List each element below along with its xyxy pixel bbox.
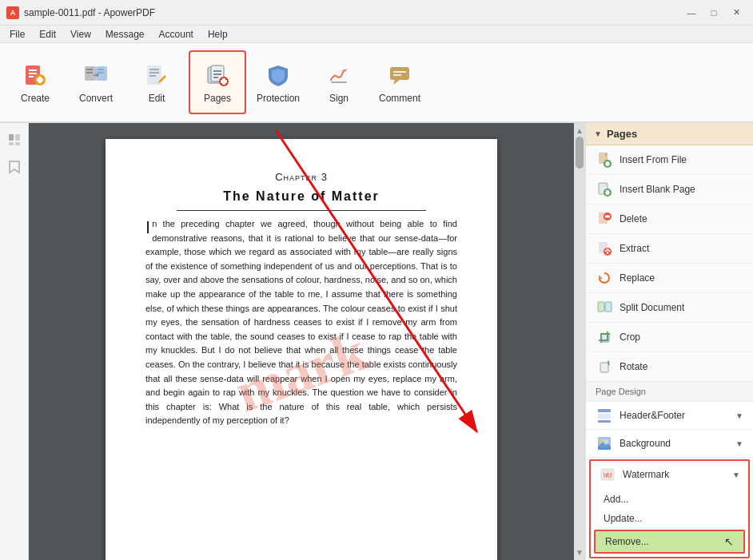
pdf-divider	[177, 210, 426, 211]
protection-label: Protection	[257, 93, 300, 104]
svg-rect-15	[149, 72, 159, 73]
toolbar-comment-button[interactable]: Comment	[371, 50, 428, 114]
svg-rect-55	[600, 363, 608, 372]
comment-icon	[385, 61, 414, 89]
svg-rect-25	[331, 81, 347, 83]
panel-insert-from-file[interactable]: Insert From File	[586, 145, 753, 175]
toolbar: Create Convert	[0, 43, 753, 123]
watermark-remove-item[interactable]: Remove... ↖	[594, 530, 745, 554]
panel-background[interactable]: Background ▼	[586, 430, 753, 458]
menu-view[interactable]: View	[64, 27, 98, 42]
panel-extract[interactable]: Extract	[586, 234, 753, 264]
maximize-button[interactable]: □	[703, 5, 724, 21]
create-icon	[21, 61, 50, 89]
background-label: Background	[620, 438, 729, 449]
pdf-title: The Nature of Matter	[145, 189, 457, 204]
panel-watermark-section: W M Watermark ▼ Add... Update... Remove.…	[589, 459, 750, 558]
svg-rect-39	[605, 163, 610, 165]
svg-rect-24	[221, 80, 227, 83]
toolbar-sign-button[interactable]: Sign	[310, 50, 368, 114]
svg-rect-12	[98, 72, 104, 73]
replace-label: Replace	[620, 272, 743, 284]
panel-split-document[interactable]: Split Document	[586, 293, 753, 323]
svg-rect-31	[9, 142, 14, 145]
svg-text:M: M	[605, 471, 612, 479]
scroll-down-btn[interactable]: ▼	[576, 548, 584, 557]
insert-blank-page-label: Insert Blank Page	[620, 184, 743, 195]
panel-header-footer[interactable]: Header&Footer ▼	[586, 402, 753, 430]
scroll-thumb[interactable]	[576, 137, 584, 169]
cursor-icon: ↖	[724, 535, 734, 548]
menu-help[interactable]: Help	[201, 27, 234, 42]
convert-label: Convert	[79, 93, 113, 104]
split-document-icon	[596, 299, 613, 316]
comment-label: Comment	[379, 93, 420, 104]
svg-rect-3	[29, 76, 34, 77]
pdf-chapter: Chapter 3	[145, 171, 457, 183]
insert-blank-page-icon	[596, 181, 613, 198]
svg-rect-46	[605, 216, 610, 218]
panel-rotate[interactable]: Rotate	[586, 352, 753, 382]
toolbar-edit-button[interactable]: Edit	[128, 50, 185, 114]
edit-label: Edit	[149, 93, 165, 104]
right-panel: ▼ Pages Insert From File	[585, 123, 753, 560]
insert-from-file-label: Insert From File	[620, 154, 743, 165]
panel-title: Pages	[607, 128, 637, 140]
watermark-arrow-icon: ▼	[732, 471, 740, 479]
pdf-drop-cap: I	[145, 219, 150, 236]
insert-from-file-icon	[596, 151, 613, 169]
minimize-button[interactable]: —	[681, 5, 702, 21]
protection-icon	[264, 61, 293, 89]
toolbar-create-button[interactable]: Create	[6, 50, 64, 114]
svg-rect-21	[213, 77, 218, 78]
delete-label: Delete	[620, 213, 743, 224]
edit-icon	[142, 61, 171, 89]
main-area: mark Chapter 3 The Nature of Matter In t…	[0, 123, 753, 560]
sidebar-thumbnails-icon[interactable]	[4, 129, 25, 150]
toolbar-protection-button[interactable]: Protection	[249, 50, 307, 114]
svg-rect-32	[15, 142, 20, 145]
toolbar-convert-button[interactable]: Convert	[67, 50, 125, 114]
close-button[interactable]: ✕	[726, 5, 747, 21]
background-arrow-icon: ▼	[735, 439, 743, 448]
panel-insert-blank-page[interactable]: Insert Blank Page	[586, 175, 753, 205]
svg-rect-14	[149, 69, 159, 70]
title-bar: A sample-0011.pdf - ApowerPDF — □ ✕	[0, 0, 753, 26]
svg-rect-49	[607, 252, 608, 254]
watermark-update-item[interactable]: Update...	[591, 509, 748, 528]
split-document-label: Split Document	[620, 302, 743, 313]
panel-collapse-icon[interactable]: ▼	[594, 129, 602, 138]
watermark-add-item[interactable]: Add...	[591, 490, 748, 509]
extract-label: Extract	[620, 243, 743, 254]
pdf-area: mark Chapter 3 The Nature of Matter In t…	[29, 123, 574, 560]
panel-watermark-header[interactable]: W M Watermark ▼	[591, 461, 748, 488]
delete-icon	[596, 210, 613, 228]
scroll-up-btn[interactable]: ▲	[576, 126, 584, 135]
svg-rect-50	[598, 302, 604, 312]
panel-crop[interactable]: Crop	[586, 323, 753, 352]
pages-label: Pages	[204, 93, 231, 104]
pdf-page: mark Chapter 3 The Nature of Matter In t…	[106, 139, 497, 560]
svg-rect-43	[605, 192, 610, 193]
scrollbar[interactable]: ▲ ▼	[574, 123, 585, 560]
menu-message[interactable]: Message	[99, 27, 151, 42]
menu-account[interactable]: Account	[153, 27, 200, 42]
panel-delete[interactable]: Delete	[586, 205, 753, 234]
svg-rect-20	[213, 73, 221, 75]
svg-rect-19	[213, 70, 221, 72]
watermark-submenu: Add... Update... Remove... ↖	[591, 488, 748, 557]
left-sidebar	[0, 123, 29, 560]
panel-replace[interactable]: Replace	[586, 264, 753, 293]
sidebar-bookmark-icon[interactable]	[4, 157, 25, 177]
watermark-remove-label: Remove...	[605, 536, 649, 547]
menu-file[interactable]: File	[3, 27, 31, 42]
rotate-icon	[596, 358, 613, 375]
menu-edit[interactable]: Edit	[33, 27, 62, 42]
toolbar-pages-button[interactable]: Pages	[189, 50, 246, 114]
svg-rect-29	[9, 134, 14, 141]
svg-rect-8	[86, 69, 93, 70]
svg-rect-58	[598, 420, 611, 423]
window-title: sample-0011.pdf - ApowerPDF	[24, 7, 155, 18]
sign-icon	[325, 61, 353, 89]
app-icon: A	[6, 6, 19, 19]
